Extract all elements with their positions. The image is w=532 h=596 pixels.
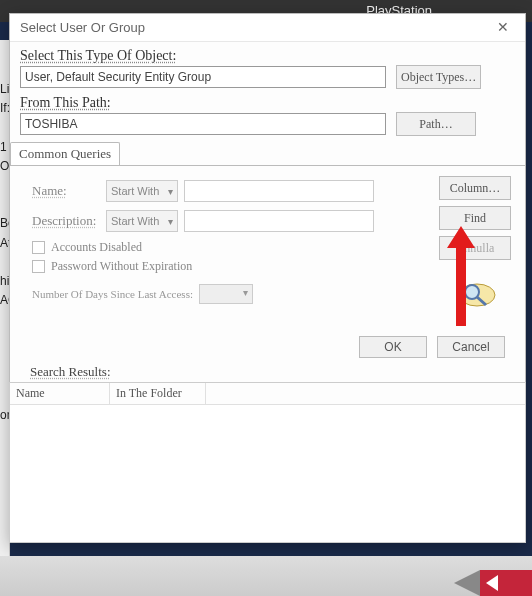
description-input[interactable] <box>184 210 374 232</box>
cancel-button[interactable]: Cancel <box>437 336 505 358</box>
find-button[interactable]: Find <box>439 206 511 230</box>
column-name[interactable]: Name <box>10 383 110 404</box>
desc-match-combo[interactable]: Start With <box>106 210 178 232</box>
svg-point-1 <box>465 285 479 299</box>
bottom-strip <box>0 556 532 596</box>
results-header: Name In The Folder <box>10 383 525 405</box>
from-path-label: From This Path: <box>20 95 515 111</box>
description-label: Description: <box>32 213 100 229</box>
name-label: Name: <box>32 183 100 199</box>
password-noexpire-checkbox[interactable] <box>32 260 45 273</box>
results-table[interactable]: Name In The Folder <box>9 382 526 543</box>
close-icon: ✕ <box>497 19 509 35</box>
tab-common-queries[interactable]: Common Queries <box>10 142 120 165</box>
queries-panel: Name: Start With Description: Start With… <box>10 165 525 330</box>
corner-badge <box>480 570 532 596</box>
path-button[interactable]: Path… <box>396 112 476 136</box>
dialog-title: Select User Or Group <box>20 20 145 35</box>
name-match-combo[interactable]: Start With <box>106 180 178 202</box>
select-user-dialog: Select User Or Group ✕ Select This Type … <box>9 13 526 543</box>
days-combo[interactable] <box>199 284 253 304</box>
select-type-label: Select This Type Of Object: <box>20 48 515 64</box>
accounts-disabled-label: Accounts Disabled <box>51 240 142 255</box>
close-button[interactable]: ✕ <box>485 16 521 38</box>
last-access-label: Number Of Days Since Last Access: <box>32 288 193 300</box>
ok-button[interactable]: OK <box>359 336 427 358</box>
name-input[interactable] <box>184 180 374 202</box>
columns-button[interactable]: Column… <box>439 176 511 200</box>
search-results-label: Search Results: <box>20 364 515 382</box>
object-type-input[interactable] <box>20 66 386 88</box>
path-input[interactable] <box>20 113 386 135</box>
abort-button[interactable]: Annulla <box>439 236 511 260</box>
accounts-disabled-checkbox[interactable] <box>32 241 45 254</box>
password-noexpire-label: Password Without Expiration <box>51 259 192 274</box>
titlebar[interactable]: Select User Or Group ✕ <box>10 14 525 42</box>
object-types-button[interactable]: Object Types… <box>396 65 481 89</box>
column-spacer <box>206 383 525 404</box>
column-folder[interactable]: In The Folder <box>110 383 206 404</box>
search-illustration-icon <box>455 278 499 312</box>
